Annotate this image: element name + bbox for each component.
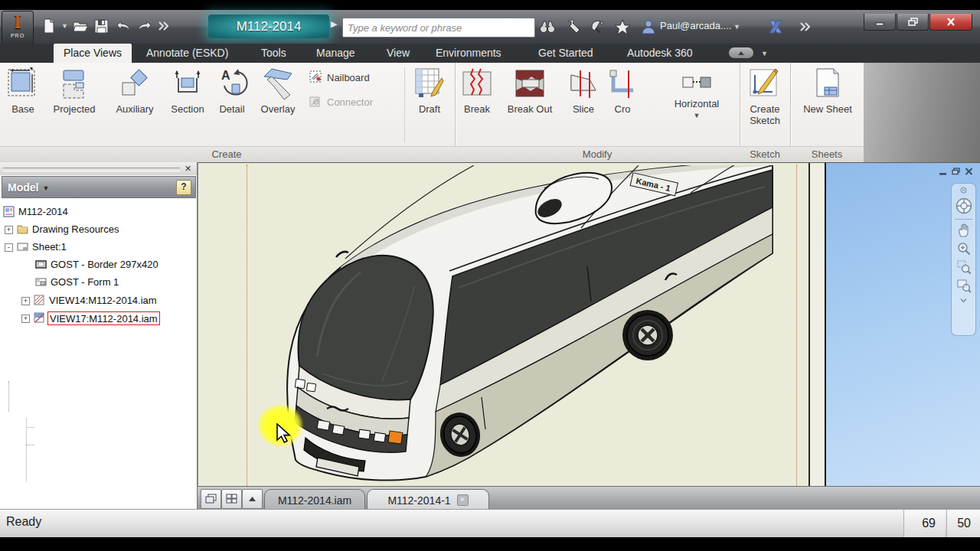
titlebar-more-button[interactable] xyxy=(795,17,815,37)
tree-item-document[interactable]: M112-2014 xyxy=(0,204,197,220)
help-search-box xyxy=(342,18,535,37)
communication-center-button[interactable] xyxy=(588,17,608,37)
pan-hand-icon[interactable] xyxy=(956,223,972,238)
new-document-button[interactable] xyxy=(38,16,60,36)
qat-more-button[interactable] xyxy=(155,16,171,36)
zoom-window-icon[interactable] xyxy=(956,259,972,275)
create-sketch-button[interactable]: Create Sketch xyxy=(741,65,789,146)
tab-close-icon[interactable]: ✕ xyxy=(457,494,469,506)
ribbon-tab-row: Place Views Annotate (ESKD) Tools Manage… xyxy=(0,44,980,63)
navigation-wheel-icon[interactable] xyxy=(955,197,973,215)
zoom-all-icon[interactable] xyxy=(956,278,972,293)
projected-button[interactable]: Projected xyxy=(44,65,104,146)
connector-button[interactable]: Connector xyxy=(309,93,373,110)
break-out-button[interactable]: Break Out xyxy=(498,65,562,146)
application-menu-button[interactable]: I PRO xyxy=(2,11,34,44)
navbar-divider xyxy=(955,219,972,220)
tab-autodesk-360[interactable]: Autodesk 360 xyxy=(617,44,703,63)
tree-item-view14[interactable]: + VIEW14:M112-2014.iam xyxy=(0,292,197,309)
drawing-view-bus[interactable]: Kama - 1 xyxy=(244,165,788,485)
tile-windows-button[interactable] xyxy=(221,489,242,509)
child-minimize-button[interactable] xyxy=(936,166,949,177)
tree-item-gost-border[interactable]: GOST - Border 297x420 xyxy=(0,256,197,273)
nailboard-button[interactable]: Nailboard xyxy=(309,69,370,86)
close-button[interactable] xyxy=(929,14,972,31)
tab-environments[interactable]: Environments xyxy=(426,44,511,63)
open-button[interactable] xyxy=(70,16,91,36)
expand-icon[interactable]: + xyxy=(5,226,13,234)
ribbon-collapse-button[interactable] xyxy=(729,47,753,58)
cascade-windows-button[interactable] xyxy=(201,489,221,509)
collapse-icon[interactable]: - xyxy=(5,243,13,252)
tab-view[interactable]: View xyxy=(377,44,420,63)
tree-item-view17[interactable]: + VIEW17:M112-2014.iam xyxy=(0,310,197,327)
status-value: 69 xyxy=(922,517,936,530)
tree-item-sheet[interactable]: - Sheet:1 xyxy=(0,239,197,256)
navbar-close-icon[interactable] xyxy=(960,187,967,194)
tab-tools[interactable]: Tools xyxy=(251,44,296,63)
detail-button[interactable]: A Detail xyxy=(211,65,253,146)
status-message: Ready xyxy=(6,515,41,529)
new-sheet-button[interactable]: New Sheet xyxy=(793,65,862,146)
drawing-canvas[interactable]: Kama - 1 xyxy=(198,162,825,486)
search-input[interactable] xyxy=(346,19,533,36)
expand-icon[interactable]: + xyxy=(21,297,30,305)
favorites-button[interactable] xyxy=(612,17,632,37)
base-button[interactable]: Base xyxy=(3,65,43,146)
save-floppy-icon xyxy=(94,19,109,34)
browser-title-caret[interactable]: ▼ xyxy=(42,184,49,192)
inventor-logo-icon: I xyxy=(2,11,33,33)
break-button[interactable]: Break xyxy=(458,65,496,146)
help-button[interactable]: ? xyxy=(176,180,191,195)
draft-button[interactable]: Draft xyxy=(407,65,452,146)
tab-place-views[interactable]: Place Views xyxy=(54,44,132,63)
letterbox-bottom xyxy=(0,537,980,551)
status-field-y: 50 xyxy=(946,510,980,537)
assembly-window[interactable] xyxy=(825,162,980,486)
browser-close-icon[interactable]: ✕ xyxy=(182,163,194,174)
crop-button[interactable]: Cro xyxy=(605,65,640,146)
new-document-caret[interactable]: ▼ xyxy=(61,22,68,30)
document-tab-assembly[interactable]: M112-2014.iam xyxy=(264,489,365,510)
horizontal-button[interactable]: Horizontal ▼ xyxy=(658,67,735,148)
tree-item-drawing-resources[interactable]: + Drawing Resources xyxy=(0,221,197,238)
document-tab-drawing[interactable]: M112-2014-1 ✕ xyxy=(367,489,489,510)
child-restore-button[interactable] xyxy=(949,166,962,177)
account-caret[interactable]: ▼ xyxy=(733,23,740,31)
status-bar: Ready 69 50 xyxy=(0,509,980,537)
search-button[interactable] xyxy=(537,17,557,37)
tab-annotate-eskd[interactable]: Annotate (ESKD) xyxy=(136,44,238,63)
account-label[interactable]: Paul@arcada.... xyxy=(660,20,731,31)
break-icon xyxy=(460,67,494,101)
undo-button[interactable] xyxy=(113,16,134,36)
expand-tabs-button[interactable] xyxy=(242,489,263,509)
redo-button[interactable] xyxy=(134,16,155,36)
tab-manage[interactable]: Manage xyxy=(306,44,365,63)
document-switch-arrow[interactable]: ▶ xyxy=(331,19,337,29)
bus-isometric-drawing: Kama - 1 xyxy=(244,165,788,485)
restore-button[interactable] xyxy=(897,14,929,31)
create-sketch-icon xyxy=(748,67,782,101)
tree-item-gost-form[interactable]: GOST - Form 1 xyxy=(0,274,197,291)
tools-button[interactable] xyxy=(564,17,583,37)
navbar-more-icon[interactable] xyxy=(960,298,967,303)
minimize-button[interactable] xyxy=(864,14,896,31)
sign-in-button[interactable] xyxy=(639,17,658,37)
section-icon xyxy=(171,67,204,101)
ribbon-collapse-caret[interactable]: ▼ xyxy=(761,50,768,57)
tab-get-started[interactable]: Get Started xyxy=(528,44,603,63)
browser-grip-bar[interactable] xyxy=(0,162,197,175)
save-button[interactable] xyxy=(91,16,113,36)
section-button[interactable]: Section xyxy=(165,65,210,146)
zoom-icon[interactable] xyxy=(956,241,972,256)
child-close-button[interactable] xyxy=(962,166,975,177)
exchange-apps-button[interactable] xyxy=(766,17,786,37)
redo-icon xyxy=(136,19,153,33)
button-label: Slice xyxy=(573,103,594,115)
expand-icon[interactable]: + xyxy=(21,315,30,323)
chevrons-right-icon xyxy=(158,21,168,31)
auxiliary-button[interactable]: Auxiliary xyxy=(106,65,164,146)
slice-button[interactable]: Slice xyxy=(564,65,603,146)
overlay-button[interactable]: Overlay xyxy=(254,65,302,146)
button-label: Break Out xyxy=(508,103,553,115)
